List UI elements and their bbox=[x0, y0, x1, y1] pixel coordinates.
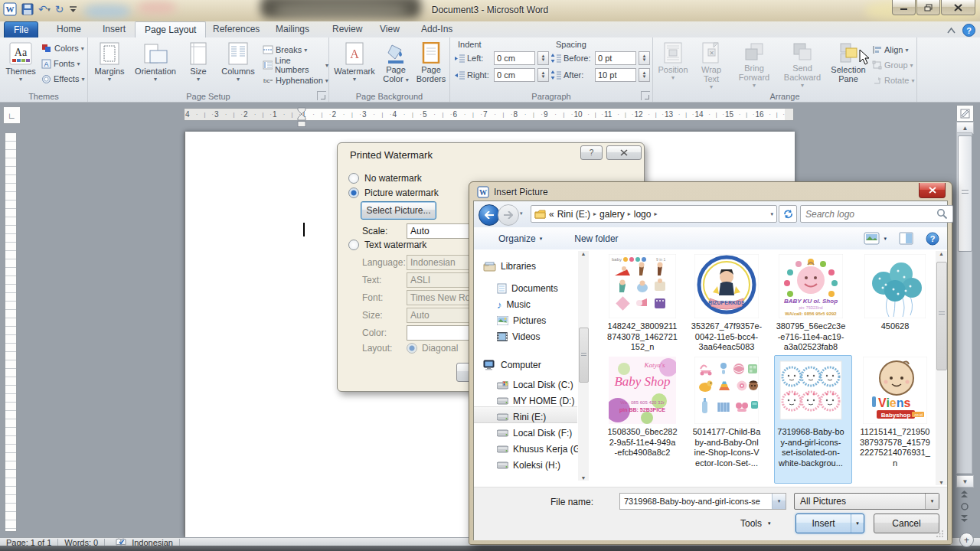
bring-forward-button[interactable]: Bring Forward▾ bbox=[731, 39, 777, 91]
recent-pages-dropdown[interactable]: ▾ bbox=[520, 210, 523, 217]
previous-page-button[interactable] bbox=[956, 489, 972, 500]
nav-libraries[interactable]: Libraries bbox=[483, 259, 536, 274]
file-tile-1[interactable]: baby9 in 1 148242_380092118743078_146272… bbox=[603, 254, 682, 353]
nav-drive-c[interactable]: Local Disk (C:) bbox=[497, 377, 573, 393]
tools-menu[interactable]: Tools▾ bbox=[740, 518, 771, 529]
organize-menu[interactable]: Organize▾ bbox=[498, 233, 542, 244]
insert-split-dropdown[interactable]: ▾ bbox=[851, 514, 864, 533]
zoom-in-button[interactable]: + bbox=[959, 533, 974, 547]
chevron-right-icon[interactable]: ▸ bbox=[654, 210, 657, 217]
filelist-scroll-down[interactable]: ▼ bbox=[936, 480, 947, 485]
margins-button[interactable]: Margins▾ bbox=[90, 39, 129, 91]
horizontal-ruler[interactable]: 4·|·3·|·2·|·1·|· 1·|·2·|·3·|·4·|·5·|·6·|… bbox=[184, 108, 794, 121]
filelist-scrollbar[interactable]: ▲ ▼ bbox=[936, 251, 947, 485]
page-setup-dialog-launcher[interactable] bbox=[317, 91, 326, 100]
send-backward-button[interactable]: Send Backward▾ bbox=[779, 39, 826, 91]
filelist-scroll-thumb[interactable] bbox=[936, 262, 947, 370]
new-folder-button[interactable]: New folder bbox=[574, 233, 618, 244]
nav-drive-h[interactable]: Koleksi (H:) bbox=[497, 458, 560, 473]
navpane-scroll-thumb[interactable] bbox=[579, 328, 589, 383]
line-numbers-button[interactable]: Line Numbers▾ bbox=[263, 57, 328, 73]
dialog-help-button[interactable]: ? bbox=[580, 145, 603, 160]
restore-button[interactable] bbox=[916, 0, 940, 15]
close-button[interactable] bbox=[941, 0, 975, 15]
breaks-button[interactable]: Breaks▾ bbox=[263, 42, 328, 57]
picture-watermark-radio[interactable] bbox=[348, 187, 359, 198]
preview-pane-icon[interactable] bbox=[899, 232, 913, 245]
align-button[interactable]: Align▾ bbox=[872, 42, 914, 57]
text-watermark-label[interactable]: Text watermark bbox=[364, 240, 426, 250]
back-button[interactable] bbox=[479, 204, 500, 226]
address-dropdown-icon[interactable]: ▾ bbox=[770, 211, 773, 217]
nav-drive-f[interactable]: Local Disk (F:) bbox=[497, 425, 572, 441]
theme-effects-button[interactable]: Effects▾ bbox=[41, 71, 84, 86]
vertical-scrollbar-thumb[interactable] bbox=[958, 135, 972, 252]
no-watermark-label[interactable]: No watermark bbox=[364, 173, 422, 184]
tab-page-layout[interactable]: Page Layout bbox=[135, 21, 206, 37]
views-button[interactable]: ▾ bbox=[864, 232, 887, 245]
spacing-after-stepper[interactable]: ▲▼ bbox=[639, 68, 650, 82]
tab-references[interactable]: References bbox=[204, 21, 269, 37]
spacing-before-stepper[interactable]: ▲▼ bbox=[639, 51, 650, 65]
nav-drive-g[interactable]: Khusus Kerja (G:) bbox=[497, 442, 586, 457]
file-tile-6[interactable]: 5014177-Child-Baby-and-Baby-Online-Shop-… bbox=[687, 357, 766, 468]
file-name-dropdown[interactable]: ▾ bbox=[772, 494, 786, 509]
file-tile-7-selected[interactable]: 7319968-Baby-boy-and-girl-icons-set-isol… bbox=[771, 357, 851, 468]
indent-right-input[interactable]: 0 cm bbox=[494, 68, 535, 82]
view-ruler-toggle[interactable] bbox=[956, 105, 974, 122]
guillemet-icon[interactable]: « bbox=[549, 209, 554, 220]
dialog-close-button[interactable] bbox=[606, 145, 642, 160]
spacing-after-input[interactable]: 10 pt bbox=[595, 68, 636, 82]
minimize-button[interactable] bbox=[892, 0, 916, 15]
navpane-scrollbar[interactable]: ▲ ▼ bbox=[578, 251, 589, 481]
cancel-button[interactable]: Cancel bbox=[874, 514, 939, 533]
watermark-button[interactable]: A Watermark▾ bbox=[331, 39, 378, 91]
navpane-scroll-down[interactable]: ▼ bbox=[578, 475, 589, 481]
filelist-scroll-up[interactable]: ▲ bbox=[936, 251, 947, 256]
columns-button[interactable]: Columns▾ bbox=[217, 39, 260, 91]
nav-documents[interactable]: Documents bbox=[497, 281, 558, 296]
layout-diagonal-label[interactable]: Diagonal bbox=[422, 343, 458, 354]
search-icon[interactable] bbox=[936, 208, 948, 220]
wrap-text-button[interactable]: ✕ Wrap Text▾ bbox=[693, 39, 730, 91]
file-tile-2[interactable]: RIZUPERKIDS 353267_47f9357e-0042-11e5-bc… bbox=[687, 254, 766, 353]
file-type-combobox[interactable]: All Pictures ▾ bbox=[794, 493, 939, 510]
layout-diagonal-radio[interactable] bbox=[407, 343, 417, 354]
orientation-button[interactable]: Orientation▾ bbox=[131, 39, 180, 91]
size-button[interactable]: Size▾ bbox=[181, 39, 215, 91]
tab-insert[interactable]: Insert bbox=[93, 21, 135, 37]
search-input[interactable] bbox=[801, 209, 936, 220]
file-tile-4[interactable]: 450628 bbox=[855, 254, 935, 332]
file-name-input[interactable] bbox=[620, 497, 772, 506]
page-borders-button[interactable]: Page Borders bbox=[413, 39, 449, 91]
navpane-scroll-up[interactable]: ▲ bbox=[578, 251, 589, 256]
rotate-button[interactable]: Rotate▾ bbox=[872, 73, 914, 88]
collapse-ribbon-icon[interactable] bbox=[946, 27, 956, 34]
text-watermark-radio[interactable] bbox=[348, 240, 359, 250]
nav-music[interactable]: ♪ Music bbox=[497, 297, 531, 312]
resize-grip[interactable] bbox=[936, 530, 944, 537]
spacing-before-input[interactable]: 0 pt bbox=[595, 51, 636, 65]
tab-view[interactable]: View bbox=[371, 21, 409, 37]
chevron-right-icon[interactable]: ▸ bbox=[628, 210, 631, 217]
tab-review[interactable]: Review bbox=[323, 21, 371, 37]
help-icon[interactable]: ? bbox=[926, 232, 939, 246]
indent-markers[interactable] bbox=[297, 107, 306, 128]
address-bar[interactable]: « Rini (E:) ▸ galery ▸ logo ▸ ▾ bbox=[531, 205, 777, 223]
nav-computer[interactable]: Computer bbox=[483, 357, 541, 373]
insert-button[interactable]: Insert ▾ bbox=[795, 514, 864, 533]
forward-button[interactable] bbox=[498, 204, 519, 226]
indent-left-input[interactable]: 0 cm bbox=[494, 51, 535, 65]
next-page-button[interactable] bbox=[956, 514, 972, 524]
page-color-button[interactable]: Page Color ▾ bbox=[380, 39, 412, 91]
select-browse-object-button[interactable] bbox=[956, 501, 972, 512]
hyphenation-button[interactable]: bcHyphenation▾ bbox=[263, 73, 328, 88]
no-watermark-radio[interactable] bbox=[348, 173, 359, 184]
themes-button[interactable]: Aa Themes▾ bbox=[3, 39, 38, 91]
file-tile-5[interactable]: Katya's Baby Shop Wa : 085 605 420 32r p… bbox=[603, 357, 682, 458]
breadcrumb-galery[interactable]: galery bbox=[599, 209, 625, 220]
indent-left-stepper[interactable]: ▲▼ bbox=[537, 51, 549, 65]
tab-stop-selector[interactable]: ∟ bbox=[3, 106, 21, 124]
chevron-right-icon[interactable]: ▸ bbox=[593, 210, 596, 217]
breadcrumb-root[interactable]: Rini (E:) bbox=[557, 209, 590, 220]
